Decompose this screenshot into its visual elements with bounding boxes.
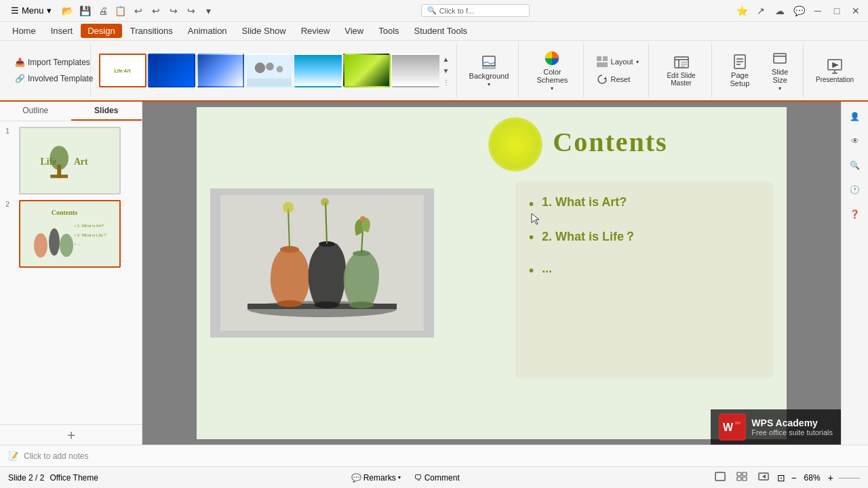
thumb-scroll-up[interactable]: ▲ bbox=[441, 54, 451, 64]
zoom-in-btn[interactable]: + bbox=[828, 472, 833, 483]
thumb-img-4 bbox=[247, 55, 292, 86]
ribbon-group-thumbs: Life Art bbox=[94, 43, 457, 98]
thumb-img-7 bbox=[393, 55, 438, 86]
slide-thumb-2[interactable]: Contents • 1. What is Art? • 2. What is … bbox=[19, 200, 121, 268]
template-thumb-4[interactable] bbox=[245, 54, 293, 87]
right-icon-search[interactable]: 🔍 bbox=[846, 156, 865, 175]
cloud-icon[interactable]: ☁ bbox=[773, 4, 787, 18]
slide-thumb-1[interactable]: Life Art bbox=[19, 127, 121, 195]
svg-rect-6 bbox=[483, 66, 495, 68]
edit-slide-master-btn[interactable]: Edit Slide Master bbox=[657, 52, 706, 89]
right-icon-clock[interactable]: 🕐 bbox=[846, 180, 865, 199]
comment-btn[interactable]: 🗨 Comment bbox=[410, 472, 464, 484]
print-icon[interactable]: 🖨 bbox=[96, 4, 110, 18]
menu-home[interactable]: Home bbox=[5, 24, 43, 38]
svg-marker-11 bbox=[604, 77, 606, 79]
presentation-btn[interactable]: Presentation bbox=[812, 56, 857, 86]
menu-student-tools[interactable]: Student Tools bbox=[408, 24, 475, 38]
zoom-slider[interactable]: ──── bbox=[839, 474, 860, 482]
thumb-scroll-down[interactable]: ▼ bbox=[441, 66, 451, 76]
notes-bar[interactable]: 📝 Click to add notes bbox=[0, 445, 868, 466]
menu-review[interactable]: Review bbox=[294, 24, 337, 38]
bottombar-right: ⊡ − 68% + ──── bbox=[712, 470, 860, 485]
svg-point-4 bbox=[276, 66, 283, 73]
main-area: Outline Slides 1 Life Art bbox=[0, 102, 868, 445]
svg-rect-59 bbox=[737, 477, 741, 481]
zoom-fit-icon[interactable]: ⊡ bbox=[777, 472, 785, 483]
notes-placeholder[interactable]: Click to add notes bbox=[24, 451, 88, 461]
involved-template-btn[interactable]: 🔗 Involved Template bbox=[11, 72, 98, 85]
thumb-img-1: Life Art bbox=[100, 55, 145, 86]
tab-slides[interactable]: Slides bbox=[71, 102, 142, 121]
slide-title[interactable]: Contents bbox=[441, 126, 780, 158]
svg-text:Art: Art bbox=[74, 157, 88, 167]
menu-insert[interactable]: Insert bbox=[44, 24, 80, 38]
right-icon-people[interactable]: 👤 bbox=[846, 107, 865, 126]
view-normal-btn[interactable] bbox=[712, 470, 728, 485]
wps-watermark: W WPS Academy Free office suite tutorial… bbox=[711, 409, 841, 445]
page-setup-btn[interactable]: Page Setup bbox=[720, 51, 760, 90]
slide-size-btn[interactable]: Slide Size ▾ bbox=[762, 47, 797, 94]
maximize-icon[interactable]: □ bbox=[830, 4, 844, 18]
view-grid-btn[interactable] bbox=[734, 470, 750, 485]
star-icon[interactable]: ⭐ bbox=[735, 4, 749, 18]
menu-slideshow[interactable]: Slide Show bbox=[235, 24, 293, 38]
redo-icon[interactable]: ↪ bbox=[167, 4, 180, 18]
svg-text:Contents: Contents bbox=[52, 209, 77, 216]
remarks-icon: 💬 bbox=[351, 473, 361, 483]
undo-arrow-icon[interactable]: ↩ bbox=[149, 4, 163, 18]
svg-rect-57 bbox=[737, 472, 741, 476]
close-icon[interactable]: ✕ bbox=[849, 4, 863, 18]
slide-canvas[interactable]: Contents bbox=[197, 107, 787, 439]
menu-animation[interactable]: Animation bbox=[181, 24, 234, 38]
slide-item-2[interactable]: 2 Contents • 1. What is Art? • 2. What i… bbox=[5, 200, 136, 268]
canvas-area[interactable]: Contents bbox=[142, 102, 841, 445]
template-thumb-2[interactable] bbox=[148, 54, 195, 87]
add-slide-btn[interactable]: ＋ bbox=[0, 424, 142, 445]
layout-btn[interactable]: Layout ▾ bbox=[592, 54, 643, 69]
template-strip: Life Art bbox=[99, 51, 439, 90]
menu-design[interactable]: Design bbox=[81, 24, 121, 38]
svg-rect-9 bbox=[603, 56, 608, 61]
import-templates-btn[interactable]: 📥 Import Templates bbox=[11, 56, 94, 69]
minimize-icon[interactable]: ─ bbox=[811, 4, 825, 18]
template-thumb-6[interactable] bbox=[343, 54, 391, 87]
svg-point-53 bbox=[360, 216, 366, 222]
undo-icon[interactable]: ↩ bbox=[132, 4, 145, 18]
more-icon[interactable]: ▾ bbox=[202, 4, 216, 18]
save-icon[interactable]: 💾 bbox=[79, 4, 92, 18]
clipboard-icon[interactable]: 📋 bbox=[114, 4, 127, 18]
menu-tools[interactable]: Tools bbox=[372, 24, 406, 38]
share-icon[interactable]: ↗ bbox=[754, 4, 768, 18]
right-icon-help[interactable]: ❓ bbox=[846, 205, 865, 224]
chat-icon[interactable]: 💬 bbox=[792, 4, 806, 18]
color-schemes-btn[interactable]: Color Schemes ▾ bbox=[527, 47, 577, 94]
thumb-scroll-more[interactable]: ⋮ bbox=[441, 77, 451, 87]
reset-btn[interactable]: Reset bbox=[592, 72, 635, 87]
template-thumb-3[interactable] bbox=[197, 54, 244, 87]
svg-rect-25 bbox=[20, 128, 119, 194]
slide-item-1[interactable]: 1 Life Art bbox=[5, 127, 136, 195]
slide-image[interactable] bbox=[210, 188, 434, 338]
background-btn[interactable]: Background ▾ bbox=[465, 52, 513, 90]
search-box[interactable]: 🔍 Click to f... bbox=[421, 4, 530, 17]
svg-rect-5 bbox=[483, 56, 495, 66]
slides-list: 1 Life Art 2 bbox=[0, 121, 142, 424]
menu-view[interactable]: View bbox=[338, 24, 370, 38]
remarks-btn[interactable]: 💬 Remarks ▾ bbox=[347, 472, 405, 484]
view-outline-btn[interactable] bbox=[755, 470, 772, 485]
ribbon-group-master: Edit Slide Master bbox=[652, 43, 712, 98]
menu-transitions[interactable]: Transitions bbox=[123, 24, 180, 38]
redo-more-icon[interactable]: ↪ bbox=[184, 4, 198, 18]
folder-open-icon[interactable]: 📂 bbox=[61, 4, 75, 18]
svg-point-33 bbox=[34, 233, 47, 258]
template-thumb-5[interactable] bbox=[294, 54, 342, 87]
bullet-dot-1: • bbox=[529, 197, 534, 212]
tab-outline[interactable]: Outline bbox=[0, 102, 71, 121]
template-thumb-1[interactable]: Life Art bbox=[99, 54, 146, 87]
zoom-out-btn[interactable]: − bbox=[791, 472, 796, 483]
right-icon-eye[interactable]: 👁 bbox=[846, 131, 865, 150]
menu-button[interactable]: ☰ Menu ▾ bbox=[5, 4, 57, 17]
content-box[interactable]: • 1. What is Art? • 2. What is Life？ • .… bbox=[515, 182, 773, 378]
template-thumb-7[interactable] bbox=[392, 54, 439, 87]
